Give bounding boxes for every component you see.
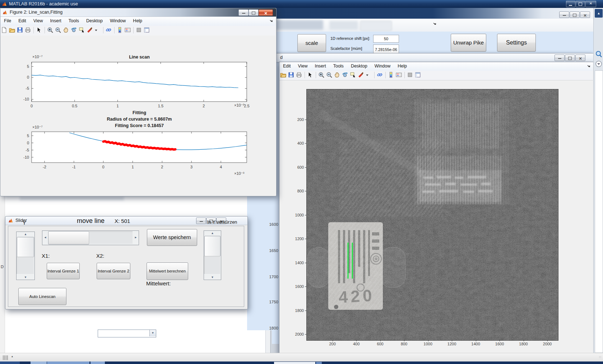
menu-help[interactable]: Help <box>129 17 146 25</box>
hide-plot-tools-icon[interactable] <box>407 72 414 79</box>
brush-icon[interactable] <box>358 72 365 79</box>
y-slider[interactable]: ▲ ▼ <box>16 232 35 280</box>
menu-edit[interactable]: Edit <box>279 62 294 71</box>
scale-button[interactable]: scale <box>297 34 326 52</box>
figure2-titlebar[interactable]: Figure 2: Line_scan,Fitting ✕ <box>0 8 276 17</box>
menu-insert[interactable]: Insert <box>47 17 65 25</box>
ref-shift-input[interactable]: 50 <box>373 35 399 43</box>
shorten-y-slider-track[interactable] <box>204 256 220 274</box>
sidebar-scrollbar[interactable] <box>595 70 603 353</box>
auto-linescan-button[interactable]: Auto Linescan <box>18 288 66 305</box>
settings-button[interactable]: Settings <box>497 34 536 52</box>
unwrap-pike-button[interactable]: Unwrap Pike <box>451 34 486 52</box>
new-doc-icon[interactable] <box>1 27 8 34</box>
interval-grenze2-button[interactable]: Interval Grenze 2 <box>97 263 130 279</box>
dropdown-arrow-icon[interactable]: ▼ <box>149 330 156 336</box>
main-close-button[interactable]: ✕ <box>585 1 596 7</box>
slider-minimize-button[interactable] <box>196 218 206 224</box>
menu-desktop[interactable]: Desktop <box>83 17 106 25</box>
brush-icon[interactable] <box>87 27 93 34</box>
taskbar-item[interactable] <box>316 362 322 364</box>
slider-up-arrow-icon[interactable]: ▲ <box>17 233 34 236</box>
slider-window[interactable]: Slider ✕ Y move line X: 501 In Y verkürz… <box>5 216 248 309</box>
menu-help[interactable]: Help <box>394 62 410 71</box>
rotate-3d-icon[interactable] <box>71 27 78 34</box>
circle-chevron-down-icon[interactable] <box>595 60 602 67</box>
image-window-titlebar[interactable]: d ✕ <box>276 53 594 62</box>
collapse-panel-icon[interactable]: ▲ <box>595 9 603 18</box>
data-cursor-icon[interactable] <box>79 27 85 34</box>
shorten-y-slider[interactable]: ▲ ▼ <box>204 230 221 280</box>
shorten-y-slider-thumb[interactable] <box>204 236 221 256</box>
menubar-overflow-icon[interactable] <box>587 65 591 68</box>
move-line-slider-track[interactable] <box>89 231 133 244</box>
menu-window[interactable]: Window <box>106 17 129 25</box>
menu-view[interactable]: View <box>294 62 311 71</box>
hide-plot-tools-icon[interactable] <box>136 27 143 34</box>
rotate-3d-icon[interactable] <box>342 72 349 79</box>
menu-edit[interactable]: Edit <box>15 17 30 25</box>
menu-window[interactable]: Window <box>371 62 394 71</box>
insert-colorbar-icon[interactable] <box>388 72 395 79</box>
main-minimize-button[interactable] <box>566 1 575 7</box>
move-line-slider-thumb[interactable] <box>48 231 89 244</box>
zoom-in-icon[interactable] <box>318 72 325 79</box>
scalefactor-input[interactable]: 7.28155e-06 <box>373 45 399 54</box>
slider-down-arrow-icon[interactable]: ▼ <box>17 276 34 279</box>
taskbar-item[interactable] <box>91 361 105 364</box>
linescan-marker-line[interactable] <box>352 243 353 279</box>
linescan-plot[interactable]: 50-5-1000.511.522.5 <box>32 57 251 109</box>
open-folder-icon[interactable] <box>9 27 16 34</box>
linescan-marker-line[interactable] <box>348 243 348 279</box>
figure2-minimize-button[interactable] <box>238 9 249 16</box>
zoom-out-icon[interactable] <box>55 27 62 34</box>
image-window-maximize-button[interactable] <box>565 55 575 61</box>
arrow-cursor-icon[interactable] <box>307 72 314 79</box>
image-window-minimize-button[interactable] <box>555 55 565 61</box>
print-icon[interactable] <box>296 72 303 79</box>
interval-grenze1-button[interactable]: Interval Grenze 1 <box>47 263 80 279</box>
zoom-in-icon[interactable] <box>47 27 54 34</box>
image-window-close-button[interactable]: ✕ <box>575 55 585 61</box>
dropdown-caret-icon[interactable] <box>366 72 372 79</box>
link-plots-icon[interactable] <box>377 72 384 79</box>
zoom-out-icon[interactable] <box>326 72 333 79</box>
figure2-close-button[interactable]: ✕ <box>259 9 273 16</box>
windows-taskbar[interactable] <box>0 361 603 364</box>
save-icon[interactable] <box>17 27 24 34</box>
slider-down-arrow-icon[interactable]: ▼ <box>204 276 221 279</box>
menu-file[interactable]: File <box>0 17 15 25</box>
menu-insert[interactable]: Insert <box>311 62 329 71</box>
gui-maximize-button[interactable] <box>570 11 580 18</box>
y-slider-track[interactable] <box>17 257 34 274</box>
menu-view[interactable]: View <box>30 17 47 25</box>
insert-colorbar-icon[interactable] <box>117 27 124 34</box>
taskbar-start-area[interactable] <box>0 361 20 364</box>
menubar-overflow-icon[interactable] <box>433 22 437 26</box>
search-icon[interactable] <box>595 50 602 58</box>
slider-right-arrow-icon[interactable]: ► <box>134 236 138 239</box>
show-plot-tools-icon[interactable] <box>415 72 422 79</box>
gui-close-button[interactable]: ✕ <box>580 11 590 18</box>
y-slider-thumb[interactable] <box>17 237 34 257</box>
resize-grip-icon[interactable]: ∷ <box>599 355 602 359</box>
insert-legend-icon[interactable] <box>396 72 403 79</box>
menu-desktop[interactable]: Desktop <box>347 62 371 71</box>
save-icon[interactable] <box>288 72 295 79</box>
taskbar-item[interactable] <box>47 361 89 364</box>
insert-legend-icon[interactable] <box>125 27 131 34</box>
data-cursor-icon[interactable] <box>350 72 357 79</box>
taskbar-item[interactable] <box>31 361 47 364</box>
taskbar-item-active[interactable] <box>274 362 315 364</box>
werte-speichern-button[interactable]: Werte speichern <box>147 229 197 246</box>
link-plots-icon[interactable] <box>106 27 112 34</box>
gui-minimize-button[interactable] <box>559 11 569 18</box>
pan-hand-icon[interactable] <box>63 27 70 34</box>
pan-hand-icon[interactable] <box>334 72 341 79</box>
slider-up-arrow-icon[interactable]: ▲ <box>204 232 221 235</box>
print-icon[interactable] <box>25 27 32 34</box>
menu-tools[interactable]: Tools <box>65 17 83 25</box>
fitting-plot[interactable]: 50-5-10-2-101234 <box>32 129 251 183</box>
dropdown-caret-icon[interactable] <box>94 27 101 34</box>
statusbar-grip-icon[interactable]: ▲ <box>3 355 13 361</box>
